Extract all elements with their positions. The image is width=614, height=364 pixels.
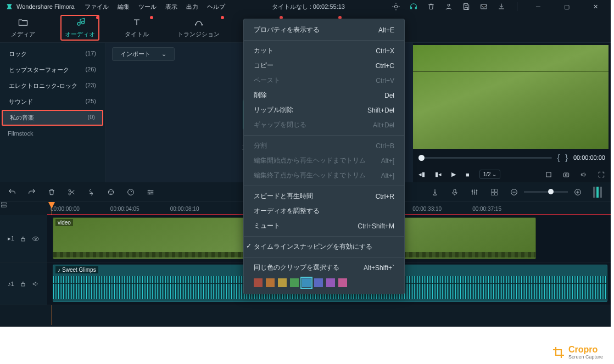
mark-in-icon[interactable]: { <box>557 153 560 162</box>
svg-point-20 <box>152 192 153 193</box>
svg-point-8 <box>201 24 203 26</box>
mixer-icon[interactable] <box>470 188 479 197</box>
visibility-icon[interactable] <box>32 235 40 243</box>
notification-dot-icon <box>221 16 224 19</box>
zoom-slider[interactable] <box>524 191 568 193</box>
lock-icon[interactable] <box>20 236 26 242</box>
ctx-item[interactable]: コピーCtrl+C <box>244 58 404 73</box>
sidebar-filmstock[interactable]: Filmstock <box>0 126 105 141</box>
mute-icon[interactable] <box>32 280 40 288</box>
menu-file[interactable]: ファイル <box>85 3 109 11</box>
share-icon[interactable] <box>479 2 488 11</box>
svg-point-21 <box>149 193 150 194</box>
color-swatch[interactable] <box>254 278 263 287</box>
svg-rect-25 <box>492 192 494 195</box>
preview-video[interactable] <box>413 45 609 149</box>
expand-tracks-icon[interactable] <box>0 201 47 209</box>
settings-icon[interactable] <box>146 188 155 197</box>
color-swatch[interactable] <box>290 278 299 287</box>
user-icon[interactable] <box>444 2 453 11</box>
cut-icon[interactable] <box>67 188 76 197</box>
headphones-icon[interactable] <box>409 2 418 11</box>
save-icon[interactable] <box>462 2 471 11</box>
app-name: Wondershare Filmora <box>16 3 75 10</box>
svg-rect-22 <box>454 189 456 193</box>
fullscreen-icon[interactable] <box>598 171 605 178</box>
main-menu: ファイル 編集 ツール 表示 出力 ヘルプ <box>85 3 225 11</box>
mark-out-icon[interactable]: } <box>565 153 568 162</box>
cropro-logo-icon <box>552 346 565 359</box>
color-swatch[interactable] <box>326 278 335 287</box>
grid-icon[interactable] <box>490 188 499 197</box>
ctx-item[interactable]: リップル削除Shift+Del <box>244 103 404 117</box>
prev-frame-icon[interactable]: ◂▮ <box>418 171 425 178</box>
ctx-item[interactable]: 同じ色のクリップを選択するAlt+Shift+` <box>244 260 404 275</box>
chevron-down-icon: ⌄ <box>161 51 166 58</box>
color-swatch[interactable] <box>302 278 311 287</box>
volume-icon[interactable] <box>580 171 588 178</box>
preview-scrubber[interactable] <box>418 157 552 159</box>
stop-icon[interactable]: ■ <box>466 171 470 178</box>
crop-preview-icon[interactable] <box>545 171 552 178</box>
music-note-icon: ♪ <box>58 267 60 273</box>
ctx-item: ペーストCtrl+V <box>244 73 404 88</box>
svg-point-14 <box>108 189 113 194</box>
import-button[interactable]: インポート⌄ <box>112 47 175 61</box>
zoom-out-icon[interactable] <box>510 188 518 197</box>
marker-icon[interactable] <box>431 188 439 197</box>
ctx-item[interactable]: カットCtrl+X <box>244 43 404 58</box>
tab-media[interactable]: メディア <box>8 16 38 40</box>
tab-title[interactable]: タイトル <box>121 16 152 40</box>
color-swatch[interactable] <box>338 278 347 287</box>
brightness-icon[interactable] <box>392 2 400 11</box>
menu-output[interactable]: 出力 <box>186 3 198 11</box>
menu-view[interactable]: 表示 <box>165 3 177 11</box>
menu-edit[interactable]: 編集 <box>118 3 130 11</box>
video-track-header[interactable]: ▸1 <box>0 215 47 262</box>
ctx-item[interactable]: オーディオを調整する <box>244 204 404 219</box>
speed-icon[interactable] <box>126 188 135 197</box>
color-swatch[interactable] <box>314 278 323 287</box>
ctx-item[interactable]: プロパティを表示するAlt+E <box>244 23 404 37</box>
sidebar-item-hipster[interactable]: ヒップスターフォーク(26) <box>0 62 105 78</box>
ctx-item[interactable]: スピードと再生時間Ctrl+R <box>244 189 404 204</box>
ctx-item[interactable]: 削除Del <box>244 88 404 103</box>
snapshot-icon[interactable] <box>562 171 570 178</box>
playback-rate[interactable]: 1/2 ⌄ <box>479 170 501 179</box>
zoom-in-icon[interactable] <box>573 188 582 197</box>
audio-track-header[interactable]: ♪1 <box>0 262 47 305</box>
context-menu: プロパティを表示するAlt+EカットCtrl+XコピーCtrl+CペーストCtr… <box>243 19 405 294</box>
window-minimize[interactable]: ─ <box>528 0 548 13</box>
color-swatches <box>244 275 404 290</box>
ctx-item: 編集終了点から再生ヘッドまでトリムAlt+] <box>244 168 404 183</box>
sidebar-item-rock[interactable]: ロック(17) <box>0 46 105 62</box>
text-tool-icon[interactable] <box>87 188 96 197</box>
color-swatch[interactable] <box>278 278 287 287</box>
trash-icon[interactable] <box>427 2 436 11</box>
svg-rect-26 <box>495 192 498 195</box>
color-swatch[interactable] <box>266 278 275 287</box>
svg-rect-24 <box>495 189 498 192</box>
step-back-icon[interactable]: ▮◂ <box>435 171 442 178</box>
play-icon[interactable]: ▶ <box>451 171 456 178</box>
tab-audio[interactable]: オーディオ <box>60 15 99 41</box>
delete-icon[interactable] <box>47 188 56 197</box>
lock-icon[interactable] <box>20 281 26 287</box>
mic-icon[interactable] <box>450 188 459 197</box>
preview-timecode: 00:00:00:00 <box>573 154 605 161</box>
video-track-icon: ▸1 <box>8 235 14 242</box>
menu-help[interactable]: ヘルプ <box>207 3 225 11</box>
menu-tool[interactable]: ツール <box>138 3 157 11</box>
window-maximize[interactable]: ▢ <box>557 0 577 13</box>
color-icon[interactable] <box>107 188 115 197</box>
sidebar-item-electronic[interactable]: エレクトロニック-ロック(23) <box>0 78 105 94</box>
notification-dot-icon <box>96 16 99 19</box>
audio-meter-icon <box>593 187 603 198</box>
ctx-item[interactable]: ミュートCtrl+Shift+M <box>244 219 404 233</box>
sidebar-item-my-music[interactable]: 私の音楽(0) <box>2 110 103 126</box>
tab-transition[interactable]: トランジション <box>174 16 223 40</box>
download-icon[interactable] <box>497 2 506 11</box>
window-close[interactable]: ✕ <box>585 0 605 13</box>
sidebar-item-sound[interactable]: サウンド(25) <box>0 94 105 110</box>
ctx-item[interactable]: タイムラインスナッピングを有効にする <box>244 239 404 254</box>
